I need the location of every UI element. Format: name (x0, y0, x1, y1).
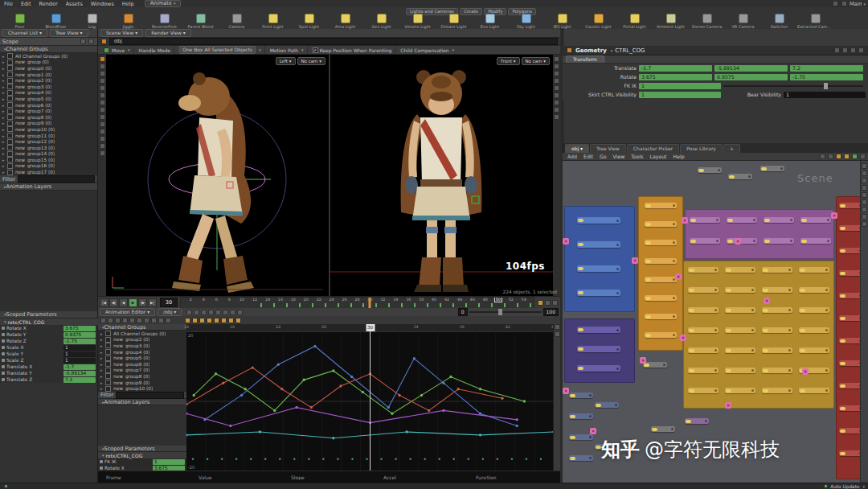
shelf-tool-volume-light[interactable]: Volume Light (399, 14, 436, 29)
node-flag-icon[interactable] (689, 269, 694, 272)
timeline-frame-50[interactable]: 50 (495, 298, 502, 302)
viewport-front[interactable]: Front ▾ No cam ▾ 104fps (330, 55, 553, 296)
network-node[interactable] (800, 217, 831, 223)
new-tab-button[interactable]: + (723, 144, 740, 153)
timeline-frame-42[interactable]: 42 (444, 298, 449, 302)
channel-group-new-group1-0[interactable]: ▸new_group1 (0) (0, 72, 97, 78)
checkbox-icon[interactable] (7, 96, 13, 101)
ae-bookmark-icon[interactable] (235, 318, 241, 323)
view-direction-button[interactable]: Front ▾ (497, 57, 519, 65)
view-tool-icon[interactable] (100, 121, 105, 127)
keyframe-tick[interactable] (325, 303, 326, 307)
slider-handle[interactable] (824, 83, 828, 89)
update-icon[interactable] (852, 154, 858, 159)
view-tool-icon[interactable] (100, 56, 105, 62)
ae-channel-group-new-group4-0[interactable]: ▸new_group4 (0) (98, 349, 186, 355)
ae-groups-header[interactable]: ▾Channel Groups (98, 324, 186, 331)
network-tool-icon[interactable] (862, 207, 867, 212)
channel-group-new-group9-0[interactable]: ▸new_group9 (0) (0, 121, 97, 127)
network-node[interactable] (725, 368, 755, 373)
keyframe-point[interactable] (186, 412, 188, 414)
param-value-field[interactable]: 1 (153, 459, 185, 465)
keyframe-tick[interactable] (414, 303, 416, 307)
network-node[interactable] (577, 346, 620, 352)
ae-mode-icon[interactable] (158, 318, 164, 323)
ae-mode-icon[interactable] (108, 318, 113, 323)
keyframe-tick[interactable] (338, 303, 339, 307)
ae-channel-group-new-group5-0[interactable]: ▸new_group5 (0) (98, 355, 186, 361)
network-node[interactable] (728, 174, 752, 179)
param-value-field[interactable]: 3.675 (63, 326, 96, 331)
transport-btn-0[interactable]: |◀ (100, 298, 108, 307)
network-node[interactable] (595, 402, 619, 408)
network-node[interactable] (688, 368, 719, 373)
network-tab-tree-view[interactable]: Tree View (590, 144, 626, 153)
ae-mode-icon[interactable] (137, 318, 142, 323)
filter-input[interactable] (18, 175, 95, 183)
keyframe-tick[interactable] (440, 303, 441, 307)
checkbox-icon[interactable] (7, 170, 13, 175)
view-tool-icon[interactable] (100, 114, 105, 120)
keyframe-point[interactable] (229, 425, 231, 427)
node-flag-icon[interactable] (689, 349, 694, 352)
checkbox-icon[interactable] (105, 373, 111, 379)
network-node[interactable] (645, 258, 677, 264)
network-node[interactable] (688, 327, 719, 333)
display-option-icon[interactable] (554, 78, 559, 84)
keyframe-point[interactable] (413, 357, 416, 360)
keyframe-point[interactable] (387, 406, 390, 409)
node-flag-icon[interactable] (726, 369, 731, 372)
node-flag-icon[interactable] (686, 420, 691, 423)
checkbox-icon[interactable] (105, 361, 111, 367)
help-icon[interactable] (850, 47, 856, 53)
scoped-parameters-header[interactable]: ▾Scoped Parameters (0, 311, 97, 318)
node-flag-icon[interactable] (645, 315, 651, 318)
param-field[interactable]: -5.89134 (714, 65, 788, 72)
channel-group-new-group6-0[interactable]: ▸new_group6 (0) (0, 102, 97, 109)
node-flag-icon[interactable] (801, 219, 807, 222)
keyframe-point[interactable] (457, 388, 460, 390)
node-flag-icon[interactable] (645, 204, 651, 208)
keyframe-point[interactable] (277, 364, 280, 366)
param-value-field[interactable]: -1.75 (63, 339, 96, 344)
timeline-frame-24[interactable]: 24 (330, 298, 334, 302)
keyframe-tick[interactable] (427, 303, 428, 307)
ae-channel-group-new-group7-0[interactable]: ▸new_group7 (0) (98, 368, 186, 374)
ae-tool-icon[interactable] (201, 310, 207, 315)
shelf-tool-parent-blend[interactable]: Parent Blend (182, 14, 219, 29)
timeline-frame-46[interactable]: 46 (470, 298, 475, 302)
gear-icon[interactable] (834, 47, 840, 53)
shelf-tool-vr-camera[interactable]: VR Camera (725, 14, 761, 29)
network-node[interactable] (762, 287, 792, 293)
network-node[interactable] (577, 327, 620, 333)
node-flag-icon[interactable] (763, 389, 768, 392)
network-node[interactable] (688, 307, 719, 313)
keyframe-point[interactable] (193, 394, 195, 397)
checkbox-icon[interactable] (7, 78, 13, 84)
param-field[interactable]: 7.2 (790, 65, 863, 72)
node-flag-icon[interactable] (578, 291, 583, 294)
network-node[interactable] (569, 434, 593, 440)
node-flag-icon[interactable] (689, 369, 694, 372)
param-value-field[interactable]: 1 (63, 345, 96, 351)
ae-tool-icon[interactable] (208, 310, 214, 315)
node-flag-icon[interactable] (763, 349, 768, 352)
ae-mode-icon[interactable] (151, 318, 157, 323)
shelf-tool-blendpose[interactable]: BlendPose (38, 14, 74, 29)
network-node[interactable] (645, 295, 677, 301)
chevron-down-icon[interactable]: ▾ (611, 48, 613, 53)
view-tool-icon[interactable] (100, 100, 105, 105)
node-flag-icon[interactable] (596, 446, 601, 449)
timeline-frame-36[interactable]: 36 (406, 298, 411, 302)
node-flag-icon[interactable] (761, 167, 767, 171)
network-menu-go[interactable]: Go (596, 154, 610, 159)
node-flag-icon[interactable] (645, 223, 651, 226)
node-flag-icon[interactable] (840, 272, 845, 275)
shelf-tool-point-light[interactable]: Point Light (255, 14, 291, 29)
keyframe-point[interactable] (406, 430, 408, 433)
node-flag-icon[interactable] (840, 362, 845, 365)
network-tab-pose-library[interactable]: Pose Library (680, 144, 723, 153)
close-icon[interactable] (858, 47, 864, 53)
display-option-icon[interactable] (554, 107, 559, 113)
network-node[interactable] (690, 238, 720, 244)
